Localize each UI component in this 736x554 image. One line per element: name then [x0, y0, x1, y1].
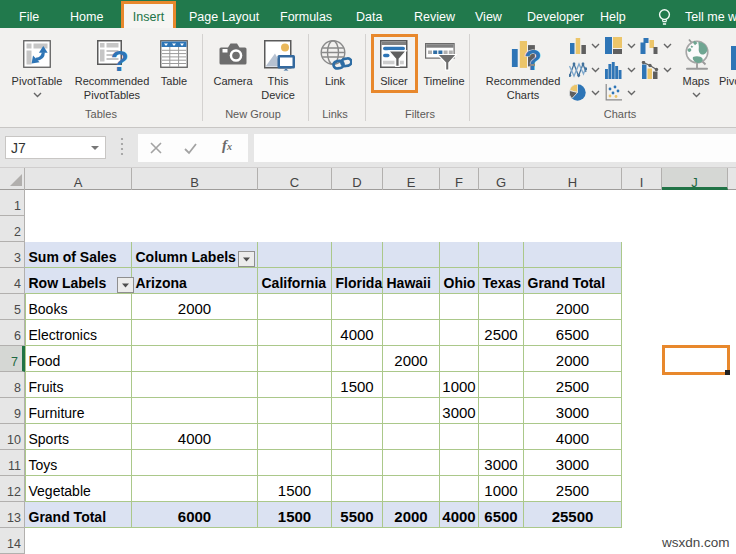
- svg-text:?: ?: [524, 44, 542, 73]
- svg-text:?: ?: [111, 44, 129, 73]
